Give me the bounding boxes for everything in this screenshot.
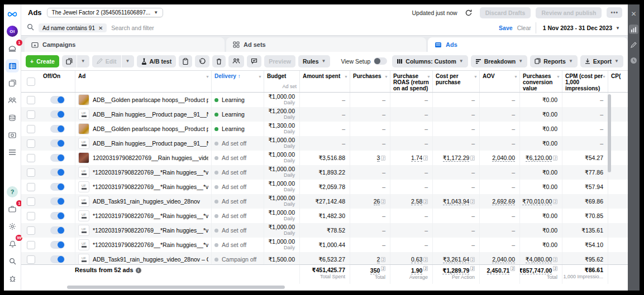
ad-name-cell[interactable]: ADB__Golden pearlscape hoops__Product p.… bbox=[75, 93, 211, 107]
review-publish-button[interactable]: Review and publish bbox=[536, 7, 602, 18]
off-on-toggle[interactable] bbox=[50, 96, 65, 104]
off-on-toggle[interactable] bbox=[50, 212, 65, 220]
remove-filter-icon[interactable]: ✕ bbox=[98, 25, 103, 31]
tab-ad-sets[interactable]: Ad sets bbox=[226, 37, 426, 52]
column-header-ad[interactable]: Ad▼ bbox=[75, 71, 211, 92]
undo-button[interactable] bbox=[195, 55, 209, 67]
meta-logo-icon[interactable] bbox=[6, 7, 19, 21]
clipboard-button[interactable] bbox=[179, 55, 192, 67]
ad-name-cell[interactable]: ADB__Golden pearlscape hoops__Product p.… bbox=[75, 122, 211, 136]
duplicate-dropdown[interactable]: ▼ bbox=[77, 55, 89, 67]
row-checkbox[interactable] bbox=[27, 183, 35, 191]
ad-name-cell[interactable]: UF*120203197908220769__*Rain huggies__*v… bbox=[75, 238, 211, 252]
export-button[interactable]: Export▼ bbox=[580, 55, 623, 67]
ad-name-cell[interactable]: UF*120203197908220769__*Rain huggies__*v… bbox=[75, 223, 211, 238]
ab-test-button[interactable]: A/B test bbox=[137, 55, 176, 67]
row-checkbox[interactable] bbox=[27, 96, 35, 104]
edit-pencil-icon[interactable] bbox=[629, 40, 638, 50]
ad-name-cell[interactable]: UF*120203197908220769__*Rain huggies__*v… bbox=[75, 209, 211, 223]
rules-button[interactable]: Rules▼ bbox=[298, 55, 331, 67]
off-on-toggle[interactable] bbox=[50, 197, 65, 205]
audiences-icon[interactable] bbox=[6, 94, 19, 107]
filter-chip[interactable]: Ad name contains 91 ✕ bbox=[39, 23, 107, 32]
column-header-delivery[interactable]: Delivery ↑▼ bbox=[211, 71, 264, 92]
reports-button[interactable]: Reports▼ bbox=[530, 55, 578, 67]
row-checkbox[interactable] bbox=[27, 255, 35, 264]
column-header-pcv[interactable]: Purchases conversion value▼ bbox=[519, 71, 562, 92]
date-range-picker[interactable]: 1 Nov 2023 - 31 Dec 2023 ▼ bbox=[536, 22, 622, 33]
help-icon[interactable]: ? bbox=[6, 185, 19, 199]
ad-name-cell[interactable]: UFADB_Task91_rain_huggies_video_28nov – … bbox=[75, 252, 211, 264]
close-icon[interactable]: ✕ bbox=[629, 9, 638, 18]
row-checkbox[interactable] bbox=[27, 154, 35, 162]
row-checkbox[interactable] bbox=[27, 125, 35, 133]
account-selector[interactable]: The Jewel Factor 2 (35450511606897... ▼ bbox=[47, 8, 164, 17]
tab-ads[interactable]: Ads bbox=[428, 37, 628, 52]
off-on-toggle[interactable] bbox=[50, 125, 65, 133]
row-checkbox[interactable] bbox=[27, 212, 35, 220]
settings-gear-icon[interactable] bbox=[6, 220, 19, 233]
ad-name-cell[interactable]: 120203197908220769__Rain huggies__vide..… bbox=[75, 151, 211, 165]
row-checkbox[interactable] bbox=[27, 139, 35, 148]
row-checkbox[interactable] bbox=[27, 241, 35, 249]
notifications-bell-icon[interactable]: 99 bbox=[6, 237, 19, 250]
save-filter-link[interactable]: Save bbox=[499, 25, 513, 31]
breakdown-button[interactable]: Breakdown▼ bbox=[471, 55, 528, 67]
preview-button[interactable]: Preview bbox=[264, 55, 295, 67]
ad-name-cell[interactable]: UF*120203197908220769__*Rain huggies__*v… bbox=[75, 180, 211, 194]
delete-button[interactable] bbox=[212, 55, 226, 67]
column-header-aov[interactable]: AOV▼ bbox=[479, 71, 519, 92]
bug-report-icon[interactable] bbox=[6, 272, 19, 285]
off-on-toggle[interactable] bbox=[50, 168, 65, 176]
column-header-cpm[interactable]: CPM (cost per 1,000 impressions)▼ bbox=[562, 71, 608, 92]
column-header-spent[interactable]: Amount spent▼ bbox=[299, 71, 350, 92]
assign-people-button[interactable] bbox=[228, 55, 244, 67]
menu-icon[interactable] bbox=[6, 146, 19, 159]
pin-button[interactable] bbox=[247, 55, 261, 67]
select-all-checkbox[interactable] bbox=[27, 78, 35, 86]
account-alerts-icon[interactable]: 1 bbox=[6, 42, 19, 55]
vertical-scrollbar-thumb[interactable] bbox=[608, 94, 611, 172]
column-header-pur[interactable]: Purchases▼ bbox=[350, 71, 390, 92]
columns-button[interactable]: Columns: Custom▼ bbox=[392, 55, 468, 67]
off-on-toggle[interactable] bbox=[50, 226, 65, 234]
row-checkbox[interactable] bbox=[27, 197, 35, 206]
row-checkbox[interactable] bbox=[27, 110, 35, 119]
column-header-cpp[interactable]: Cost per purchase▼ bbox=[432, 71, 479, 92]
billing-icon[interactable] bbox=[6, 111, 19, 124]
clear-filter-link[interactable]: Clear bbox=[517, 25, 531, 31]
media-library-icon[interactable] bbox=[6, 128, 19, 142]
portfolio-icon[interactable]: 1 bbox=[6, 202, 19, 216]
search-input[interactable]: Search and filter bbox=[111, 25, 494, 31]
column-header-roas[interactable]: Purchase ROAS (return on ad spend)▼ bbox=[390, 71, 432, 92]
insights-chart-icon[interactable] bbox=[629, 25, 638, 34]
row-checkbox[interactable] bbox=[27, 226, 35, 235]
edit-dropdown[interactable]: ▼ bbox=[122, 55, 134, 67]
history-clock-icon[interactable] bbox=[629, 56, 638, 65]
search-sidebar-icon[interactable] bbox=[6, 254, 19, 268]
duplicate-button[interactable] bbox=[62, 55, 77, 67]
view-setup-toggle[interactable] bbox=[374, 57, 387, 65]
ad-name-cell[interactable]: UFADB__Rain huggies__Product page__91__N… bbox=[75, 107, 211, 122]
row-checkbox[interactable] bbox=[27, 168, 35, 177]
business-avatar[interactable]: OI bbox=[6, 25, 19, 38]
ad-name-cell[interactable]: UFADB_Task91_rain_huggies_video_28nov bbox=[75, 194, 211, 209]
off-on-toggle[interactable] bbox=[50, 255, 65, 263]
ad-name-cell[interactable]: UFADB__Rain huggies__Product page__91__N… bbox=[75, 136, 211, 151]
discard-drafts-button[interactable]: Discard Drafts bbox=[480, 7, 531, 18]
create-button[interactable]: + Create bbox=[26, 55, 59, 67]
hscroll-thumb[interactable] bbox=[67, 286, 285, 289]
edit-button[interactable]: Edit bbox=[92, 55, 121, 67]
off-on-toggle[interactable] bbox=[50, 241, 65, 249]
ad-name-cell[interactable]: UF*120203197908220769__*Rain huggies__*v… bbox=[75, 165, 211, 180]
more-options-button[interactable]: ••• bbox=[607, 7, 622, 18]
off-on-toggle[interactable] bbox=[50, 139, 65, 147]
tab-campaigns[interactable]: Campaigns bbox=[25, 37, 225, 52]
pages-icon[interactable] bbox=[6, 76, 19, 90]
ads-manager-icon[interactable] bbox=[6, 59, 19, 72]
off-on-toggle[interactable] bbox=[50, 154, 65, 162]
off-on-toggle[interactable] bbox=[50, 110, 65, 118]
off-on-toggle[interactable] bbox=[50, 183, 65, 191]
row-toggle-cell bbox=[40, 151, 75, 165]
refresh-icon[interactable] bbox=[462, 8, 475, 18]
